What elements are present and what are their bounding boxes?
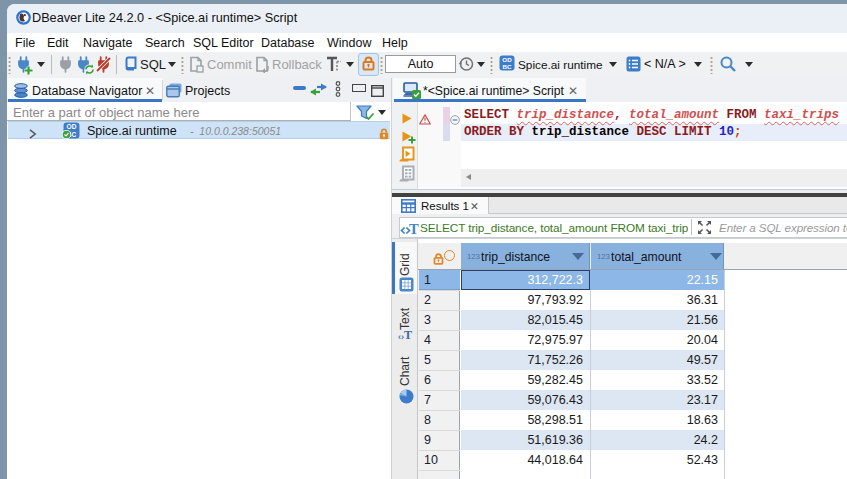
svg-text:BC: BC <box>503 63 512 70</box>
svg-text:T: T <box>409 221 419 237</box>
svg-text:OD: OD <box>502 56 512 63</box>
